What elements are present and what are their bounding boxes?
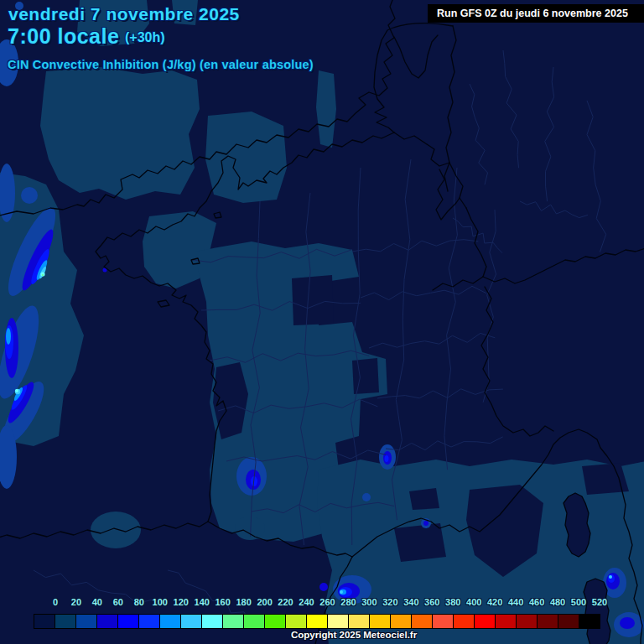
legend-color-cell	[55, 615, 75, 628]
legend-color-cell	[244, 615, 264, 628]
legend-tick-label: 60	[113, 597, 123, 607]
date-title: vendredi 7 novembre 2025	[8, 4, 240, 24]
legend-tick-label: 300	[361, 597, 377, 607]
legend-tick-label: 480	[550, 597, 565, 607]
copyright-notice: Copyright 2025 Meteociel.fr	[291, 630, 417, 640]
forecast-offset-label: (+30h)	[125, 30, 165, 45]
legend-tick-label: 80	[134, 597, 144, 607]
legend-tick-label: 0	[53, 597, 58, 607]
legend-color-cell	[517, 615, 537, 628]
legend-tick-label: 180	[236, 597, 251, 607]
legend-color-cell	[139, 615, 159, 628]
legend-cells	[34, 614, 600, 629]
cin-weather-map	[0, 0, 644, 644]
legend-tick-label: 440	[508, 597, 523, 607]
legend-color-cell	[286, 615, 306, 628]
legend-color-cell	[412, 615, 432, 628]
legend-tick-label: 500	[571, 597, 586, 607]
legend-tick-label: 320	[382, 597, 397, 607]
legend-color-cell	[76, 615, 96, 628]
legend-color-cell	[579, 615, 600, 628]
legend-color-cell	[433, 615, 453, 628]
legend-tick-label: 380	[445, 597, 460, 607]
legend-color-cell	[538, 615, 558, 628]
legend-color-cell	[223, 615, 243, 628]
legend-tick-label: 120	[174, 597, 189, 607]
legend-color-cell	[97, 615, 117, 628]
legend-tick-label: 340	[403, 597, 418, 607]
legend-color-cell	[265, 615, 285, 628]
legend-tick-label: 360	[424, 597, 439, 607]
legend-tick-label: 240	[299, 597, 314, 607]
legend-tick-label: 260	[319, 597, 335, 607]
legend-color-cell	[496, 615, 516, 628]
legend-color-cell	[349, 615, 369, 628]
legend-tick-label: 220	[278, 597, 293, 607]
legend-tick-label: 420	[487, 597, 502, 607]
legend-tick-label: 140	[195, 597, 210, 607]
legend-ticks: 0204060801001201401601802002202402602803…	[0, 597, 644, 609]
legend-color-cell	[202, 615, 222, 628]
legend-color-cell	[307, 615, 327, 628]
model-run-label: Run GFS 0Z du jeudi 6 novembre 2025	[428, 8, 628, 19]
legend-color-cell	[160, 615, 180, 628]
legend-tick-label: 200	[257, 597, 272, 607]
color-scale-legend: 0204060801001201401601802002202402602803…	[0, 594, 644, 632]
legend-color-cell	[475, 615, 495, 628]
legend-tick-label: 400	[466, 597, 481, 607]
legend-tick-label: 40	[92, 597, 102, 607]
legend-color-cell	[328, 615, 348, 628]
weather-map-page: vendredi 7 novembre 2025 7:00 locale (+3…	[0, 0, 644, 644]
model-run-banner: Run GFS 0Z du jeudi 6 novembre 2025	[428, 4, 644, 23]
legend-color-cell	[391, 615, 411, 628]
variable-title: CIN Convective Inhibition (J/kg) (en val…	[8, 58, 314, 71]
legend-tick-label: 460	[529, 597, 544, 607]
legend-color-cell	[454, 615, 474, 628]
legend-color-cell	[558, 615, 579, 628]
legend-tick-label: 520	[592, 597, 607, 607]
legend-color-cell	[370, 615, 390, 628]
legend-tick-label: 20	[71, 597, 81, 607]
legend-color-cell	[181, 615, 201, 628]
legend-tick-label: 280	[340, 597, 356, 607]
legend-tick-label: 160	[215, 597, 230, 607]
legend-color-cell	[118, 615, 138, 628]
legend-color-cell	[34, 615, 55, 628]
local-time-title: 7:00 locale	[8, 24, 119, 49]
legend-tick-label: 100	[153, 597, 168, 607]
